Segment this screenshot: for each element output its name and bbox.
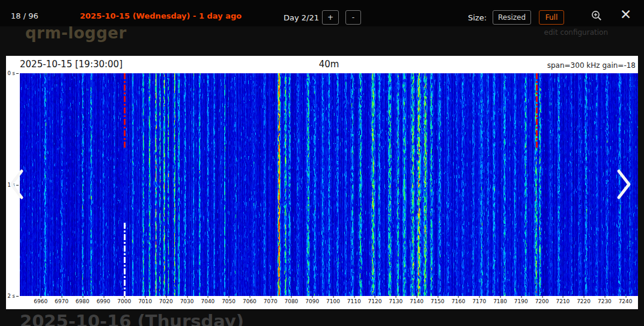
next-image-button[interactable] <box>616 169 632 200</box>
x-axis: 6960697069806990700070107020703070407050… <box>20 296 638 309</box>
x-tick-label: 7000 <box>117 298 131 304</box>
x-tick-label: 7140 <box>410 298 424 304</box>
app-title: qrm-logger <box>25 24 127 42</box>
x-tick-label: 7090 <box>305 298 319 304</box>
chevron-left-icon <box>8 193 24 202</box>
y-tick-label: 2 s <box>7 293 19 299</box>
x-tick-label: 7060 <box>243 298 257 304</box>
x-tick-label: 7210 <box>556 298 570 304</box>
x-tick-label: 7130 <box>389 298 402 304</box>
size-full-button[interactable]: Full <box>539 10 564 25</box>
next-day-heading: 2025-10-16 (Thursday) <box>20 311 244 326</box>
x-tick-label: 7220 <box>577 298 591 304</box>
zoom-button[interactable] <box>591 10 603 23</box>
x-tick-label: 6960 <box>34 298 47 304</box>
x-tick-label: 7030 <box>180 298 194 304</box>
x-tick-label: 6980 <box>76 298 90 304</box>
day-label: Day 2/21 <box>284 13 319 22</box>
day-minus-button[interactable]: - <box>345 10 361 25</box>
x-tick-label: 7240 <box>619 298 633 304</box>
image-counter: 18 / 96 <box>11 11 38 20</box>
x-tick-label: 7110 <box>347 298 361 304</box>
close-button[interactable]: ✕ <box>620 6 631 23</box>
x-tick-label: 7050 <box>222 298 235 304</box>
y-tick-label: 0 s <box>7 70 19 76</box>
x-tick-label: 7020 <box>159 298 173 304</box>
x-tick-label: 7190 <box>514 298 528 304</box>
x-tick-label: 6990 <box>97 298 111 304</box>
day-plus-button[interactable]: + <box>322 10 339 25</box>
x-tick-label: 7230 <box>598 298 612 304</box>
magnifier-icon <box>591 14 603 23</box>
x-tick-label: 7200 <box>535 298 549 304</box>
close-icon: ✕ <box>620 7 631 22</box>
x-tick-label: 7100 <box>326 298 340 304</box>
x-tick-label: 7080 <box>284 298 298 304</box>
size-label: Size: <box>468 13 487 22</box>
x-tick-label: 7070 <box>264 298 278 304</box>
spectrogram-panel: 2025-10-15 [19:30:00] 40m span=300 kHz g… <box>6 56 638 309</box>
spectrogram-meta: span=300 kHz gain=-18 <box>547 61 636 70</box>
date-label: 2025-10-15 (Wednesday) - 1 day ago <box>80 11 242 20</box>
x-tick-label: 7150 <box>431 298 445 304</box>
x-tick-label: 7170 <box>472 298 486 304</box>
x-tick-label: 7010 <box>138 298 152 304</box>
prev-image-button[interactable] <box>8 169 24 200</box>
x-tick-label: 7040 <box>201 298 214 304</box>
spectrogram-band: 40m <box>20 59 638 70</box>
config-link: edit configuration <box>544 28 608 37</box>
chevron-right-icon <box>616 193 632 202</box>
size-resized-button[interactable]: Resized <box>493 10 531 25</box>
waterfall-canvas[interactable] <box>20 73 638 296</box>
x-tick-label: 6970 <box>55 298 68 304</box>
x-tick-label: 7180 <box>493 298 507 304</box>
x-tick-label: 7120 <box>368 298 382 304</box>
x-tick-label: 7160 <box>452 298 466 304</box>
